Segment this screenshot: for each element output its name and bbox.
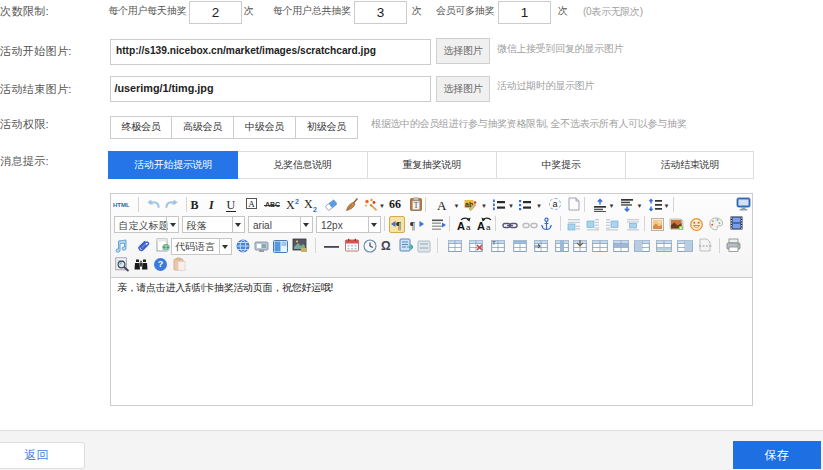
svg-text:T: T: [492, 240, 496, 246]
svg-text:a: a: [486, 223, 491, 231]
svg-text:T: T: [414, 201, 419, 210]
svg-text:2: 2: [295, 198, 299, 205]
svg-text:a: a: [466, 223, 471, 231]
svg-text:¶: ¶: [396, 219, 401, 231]
svg-text:A: A: [477, 220, 485, 231]
svg-text:X: X: [286, 198, 295, 211]
svg-text:A: A: [457, 220, 465, 231]
svg-text:X: X: [304, 197, 313, 211]
svg-text:2: 2: [313, 206, 317, 213]
svg-text:¶: ¶: [410, 219, 415, 231]
